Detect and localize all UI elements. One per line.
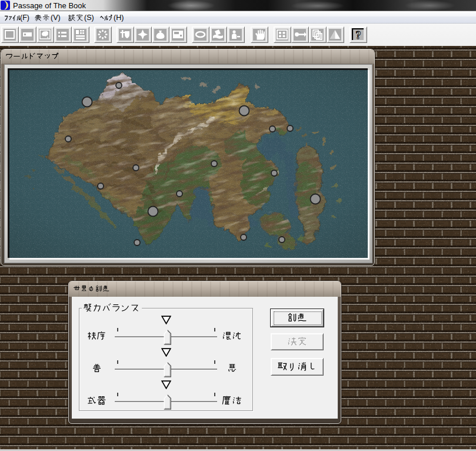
svg-text:?: ?: [356, 29, 361, 41]
